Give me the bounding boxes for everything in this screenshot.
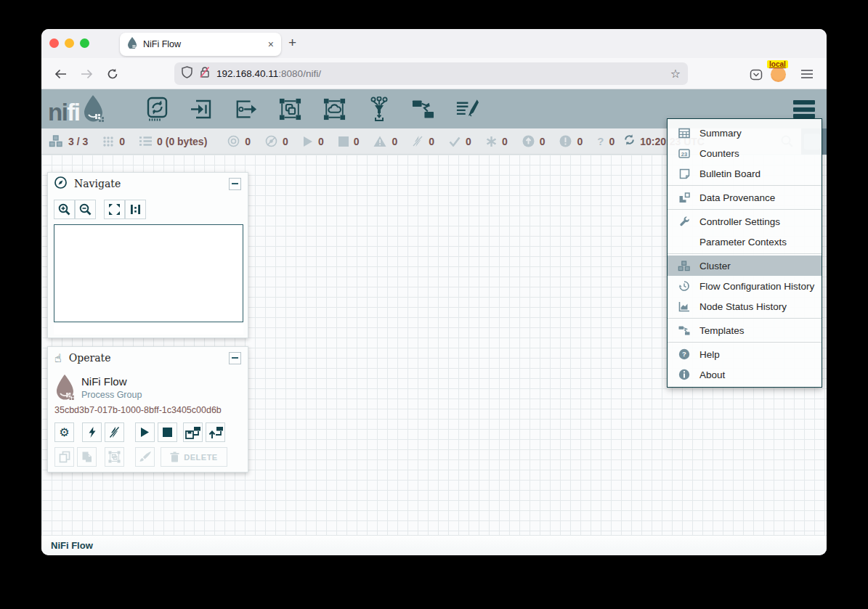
change-color-button[interactable]: [135, 447, 155, 467]
zoom-actual-size-button[interactable]: [125, 200, 146, 219]
menu-item-node-status-history[interactable]: Node Status History: [668, 296, 822, 316]
remote-process-group-drag-icon[interactable]: [323, 97, 346, 121]
tab-title: NiFi Flow: [143, 39, 268, 49]
transmitting-icon: [227, 135, 240, 147]
crossed-bolt-icon: [109, 426, 120, 438]
menu-item-counters[interactable]: 23 Counters: [668, 143, 822, 163]
menu-separator: [668, 342, 822, 343]
svg-text:?: ?: [682, 350, 686, 358]
input-port-drag-icon[interactable]: [190, 97, 213, 121]
menu-item-cluster[interactable]: Cluster: [668, 256, 822, 276]
menu-item-templates[interactable]: Templates: [668, 320, 822, 340]
start-button[interactable]: [135, 422, 155, 442]
delete-button-label: DELETE: [184, 453, 217, 462]
template-drag-icon[interactable]: [412, 97, 434, 121]
save-template-button[interactable]: [183, 422, 203, 442]
insecure-lock-icon[interactable]: [199, 66, 211, 81]
bolt-icon: [88, 426, 97, 438]
not-transmitting-icon: [265, 135, 277, 147]
menu-item-flow-configuration-history[interactable]: Flow Configuration History: [668, 276, 822, 296]
url-text[interactable]: 192.168.40.11:8080/nifi/: [216, 68, 670, 79]
zoom-in-button[interactable]: [54, 200, 75, 219]
processor-drag-icon[interactable]: [146, 97, 169, 121]
menu-separator: [668, 209, 822, 210]
delete-button[interactable]: DELETE: [161, 447, 227, 467]
stopped-square-icon: [338, 136, 349, 147]
stop-button[interactable]: [158, 422, 177, 442]
tracking-protection-shield-icon[interactable]: [182, 66, 192, 81]
copy-button[interactable]: [54, 447, 74, 467]
save-template-icon: [185, 426, 201, 439]
close-window-button[interactable]: [49, 38, 59, 48]
asterisk-icon: [486, 136, 497, 147]
pocket-icon[interactable]: [747, 66, 765, 83]
help-icon: ?: [677, 348, 691, 360]
menu-separator: [668, 318, 822, 319]
zoom-out-button[interactable]: [75, 200, 96, 219]
queued-icon: [139, 136, 152, 147]
bookmark-star-icon[interactable]: ☆: [670, 67, 681, 81]
menu-item-summary[interactable]: Summary: [668, 123, 822, 143]
navigate-palette: Navigate: [47, 172, 248, 338]
disable-button[interactable]: [105, 422, 124, 442]
operate-header[interactable]: ☝ Operate: [48, 347, 248, 369]
data-provenance-icon: [677, 192, 691, 203]
minimize-window-button[interactable]: [65, 38, 74, 48]
navigate-header[interactable]: Navigate: [48, 173, 248, 195]
output-port-drag-icon[interactable]: [235, 97, 257, 121]
upload-template-icon: [208, 426, 224, 439]
menu-separator: [668, 185, 822, 186]
configure-button[interactable]: ⚙: [54, 422, 74, 442]
status-queued: 0 (0 bytes): [139, 136, 207, 147]
selected-component-id[interactable]: 35cbd3b7-017b-1000-8bff-1c3405c00d6b: [54, 405, 222, 415]
nifi-logo: nifi: [48, 94, 106, 126]
label-drag-icon[interactable]: [456, 97, 479, 121]
status-locally-modified: 0: [486, 136, 508, 147]
browser-navbar: 192.168.40.11:8080/nifi/ ☆ local: [41, 58, 827, 89]
selected-component-name: NiFi Flow: [81, 375, 127, 388]
menu-item-parameter-contexts[interactable]: Parameter Contexts: [668, 232, 822, 252]
upload-template-button[interactable]: [206, 422, 225, 442]
process-group-drag-icon[interactable]: [279, 97, 301, 121]
reload-icon[interactable]: [104, 65, 121, 83]
zoom-fit-button[interactable]: [104, 200, 125, 219]
tab-close-icon[interactable]: ×: [268, 38, 274, 50]
browser-menu-icon[interactable]: [798, 65, 816, 83]
breadcrumb-root[interactable]: NiFi Flow: [51, 540, 93, 551]
maximize-window-button[interactable]: [80, 38, 89, 48]
birdseye-minimap[interactable]: [54, 224, 243, 322]
url-bar[interactable]: 192.168.40.11:8080/nifi/ ☆: [174, 62, 688, 85]
group-button[interactable]: [105, 447, 124, 467]
enable-button[interactable]: [82, 422, 102, 442]
group-icon: [108, 451, 121, 463]
menu-item-help[interactable]: ? Help: [668, 344, 822, 364]
menu-item-controller-settings[interactable]: Controller Settings: [668, 211, 822, 232]
status-active-threads: 0: [102, 136, 125, 147]
trash-icon: [170, 451, 179, 462]
browser-tab[interactable]: NiFi Flow ×: [120, 33, 281, 56]
back-icon[interactable]: [52, 65, 69, 83]
navigate-collapse-button[interactable]: [229, 178, 241, 190]
status-up-to-date: 0: [449, 136, 471, 147]
nifi-global-menu-icon[interactable]: [793, 100, 815, 118]
menu-item-data-provenance[interactable]: Data Provenance: [668, 187, 822, 208]
status-transmitting: 0: [227, 135, 251, 147]
history-clock-icon: [677, 280, 691, 292]
refresh-icon[interactable]: [623, 134, 636, 149]
operate-palette: ☝ Operate NiFi Flow Process Group 35cbd3…: [47, 346, 248, 473]
operate-collapse-button[interactable]: [229, 352, 241, 364]
menu-item-about[interactable]: About: [668, 364, 822, 385]
forward-icon[interactable]: [78, 65, 95, 83]
funnel-drag-icon[interactable]: [368, 97, 390, 121]
account-avatar[interactable]: [771, 67, 786, 82]
threads-icon: [102, 136, 114, 147]
status-not-transmitting: 0: [265, 135, 288, 147]
tab-favicon-nifi-droplet-icon: [127, 37, 137, 52]
hand-pointer-icon: ☝: [54, 351, 62, 365]
check-icon: [449, 136, 461, 147]
menu-item-bulletin-board[interactable]: Bulletin Board: [668, 163, 822, 184]
new-tab-button[interactable]: +: [288, 35, 296, 51]
paste-button[interactable]: [77, 447, 97, 467]
counters-icon: 23: [677, 148, 691, 159]
status-disabled: 0: [412, 135, 434, 147]
